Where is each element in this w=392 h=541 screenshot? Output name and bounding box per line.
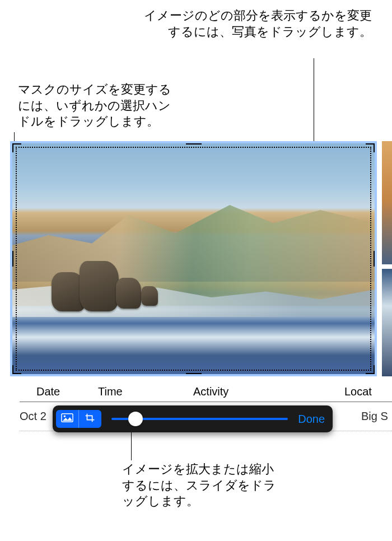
callout-zoom-slider: イメージを拡大または縮小するには、スライダをドラッグします。 (122, 461, 279, 510)
table-header-row: Date Time Activity Locat (20, 385, 392, 402)
svg-point-1 (64, 416, 66, 417)
zoom-slider-thumb[interactable] (128, 412, 143, 426)
crop-handle-bottom-left[interactable] (11, 363, 24, 375)
crop-handle-left[interactable] (11, 251, 13, 267)
image-mask-area[interactable] (10, 141, 377, 376)
crop-handle-right[interactable] (374, 251, 376, 267)
done-button[interactable]: Done (296, 413, 327, 426)
adjacent-image-gap (382, 264, 392, 269)
callout-line (131, 432, 132, 460)
crop-handle-top-right[interactable] (363, 142, 376, 155)
col-time: Time (98, 385, 193, 398)
callout-drag-photo: イメージのどの部分を表示するかを変更するには、写真をドラッグします。 (137, 8, 372, 40)
adjacent-image-preview (382, 141, 392, 376)
cell-location: Big S (361, 410, 392, 423)
callout-mask-resize: マスクのサイズを変更するには、いずれかの選択ハンドルをドラッグします。 (18, 82, 175, 130)
col-location: Locat (344, 385, 392, 398)
photo-content[interactable] (12, 143, 375, 374)
col-activity: Activity (193, 385, 344, 398)
crop-handle-top-left[interactable] (11, 142, 24, 155)
col-date: Date (20, 385, 98, 398)
image-edit-toolbar: Done (53, 405, 333, 432)
crop-handle-bottom-right[interactable] (363, 363, 376, 375)
crop-icon (84, 413, 96, 425)
mode-crop-button[interactable] (79, 410, 101, 428)
crop-handle-bottom[interactable] (186, 373, 202, 376)
cell-date: Oct 2 (20, 410, 56, 423)
mode-segmented-control (56, 410, 101, 428)
image-icon (61, 413, 73, 425)
mode-image-button[interactable] (56, 410, 78, 428)
crop-handle-top[interactable] (186, 142, 202, 144)
zoom-slider[interactable] (111, 410, 288, 428)
